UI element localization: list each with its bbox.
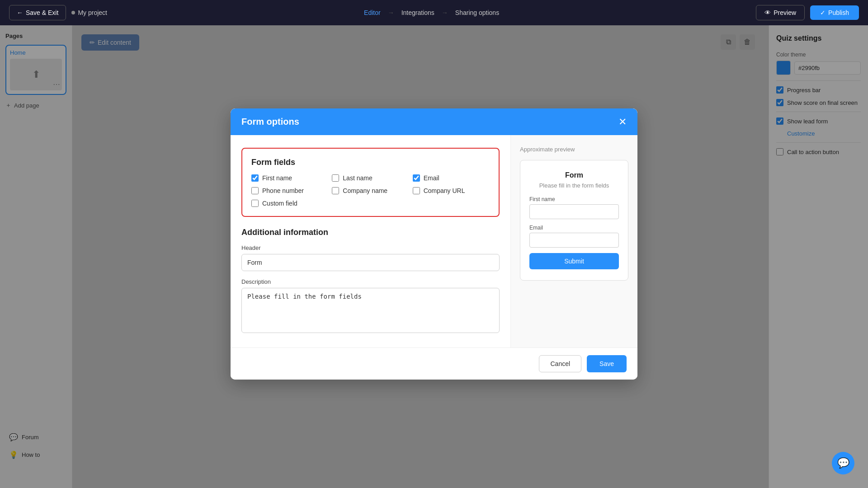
publish-label: Publish	[828, 9, 849, 16]
topnav-left: ← Save & Exit My project	[9, 5, 107, 20]
phone-number-field: Phone number	[251, 187, 328, 194]
publish-button[interactable]: ✓ Publish	[810, 5, 859, 20]
preview-label: Preview	[774, 9, 796, 16]
form-options-modal: Form options ✕ Form fields First name	[231, 108, 637, 380]
close-icon: ✕	[618, 116, 627, 127]
company-url-field: Company URL	[413, 187, 490, 194]
cancel-button[interactable]: Cancel	[539, 355, 581, 372]
phone-label: Phone number	[262, 187, 304, 194]
modal-title: Form options	[241, 117, 299, 127]
first-name-field: First name	[251, 174, 328, 182]
project-name-label: My project	[78, 9, 107, 16]
email-label: Email	[424, 174, 439, 182]
email-field: Email	[413, 174, 490, 182]
sharing-options-link[interactable]: Sharing options	[455, 9, 499, 16]
first-name-label: First name	[262, 174, 292, 182]
project-name: My project	[71, 9, 107, 16]
company-name-label: Company name	[343, 187, 387, 194]
preview-card: Form Please fill in the form fields Firs…	[520, 160, 628, 281]
first-name-checkbox[interactable]	[251, 174, 259, 182]
preview-email-label: Email	[529, 225, 619, 231]
chat-icon-button[interactable]: 💬	[832, 452, 854, 474]
modal-header: Form options ✕	[231, 108, 637, 135]
preview-first-name-input	[529, 204, 619, 219]
header-label: Header	[241, 244, 500, 251]
modal-left-panel: Form fields First name Last name Emai	[231, 135, 511, 347]
messenger-icon: 💬	[837, 457, 849, 469]
modal-overlay: Form options ✕ Form fields First name	[0, 0, 868, 488]
company-url-label: Company URL	[424, 187, 465, 194]
phone-checkbox[interactable]	[251, 187, 259, 194]
eye-icon: 👁	[764, 9, 771, 16]
save-exit-label: Save & Exit	[26, 9, 58, 16]
breadcrumb-arrow-1: →	[388, 9, 394, 16]
preview-submit-button: Submit	[529, 253, 619, 269]
company-url-checkbox[interactable]	[413, 187, 420, 194]
modal-body: Form fields First name Last name Emai	[231, 135, 637, 347]
save-label: Save	[599, 360, 614, 367]
company-name-checkbox[interactable]	[332, 187, 339, 194]
topnav-breadcrumb: Editor → Integrations → Sharing options	[364, 9, 499, 16]
company-name-field: Company name	[332, 187, 409, 194]
last-name-label: Last name	[343, 174, 372, 182]
editor-link[interactable]: Editor	[364, 9, 381, 16]
email-checkbox[interactable]	[413, 174, 420, 182]
additional-info-title: Additional information	[241, 228, 500, 237]
preview-submit-label: Submit	[564, 258, 584, 265]
form-fields-grid: First name Last name Email Phone nu	[251, 174, 490, 194]
additional-info-section: Additional information Header Descriptio…	[241, 228, 500, 335]
top-navigation: ← Save & Exit My project Editor → Integr…	[0, 0, 868, 25]
header-input[interactable]	[241, 254, 500, 271]
description-textarea[interactable]	[241, 288, 500, 333]
custom-field-row: Custom field	[251, 200, 490, 207]
last-name-checkbox[interactable]	[332, 174, 339, 182]
description-label: Description	[241, 278, 500, 285]
check-icon: ✓	[820, 9, 826, 16]
modal-close-button[interactable]: ✕	[618, 117, 627, 127]
modal-right-panel: Approximate preview Form Please fill in …	[511, 135, 637, 347]
preview-first-name-label: First name	[529, 196, 619, 202]
save-button[interactable]: Save	[587, 355, 627, 372]
arrow-left-icon: ←	[17, 9, 23, 16]
preview-email-input	[529, 233, 619, 248]
custom-field-checkbox[interactable]	[251, 200, 259, 207]
integrations-link[interactable]: Integrations	[401, 9, 434, 16]
breadcrumb-arrow-2: →	[442, 9, 448, 16]
preview-card-desc: Please fill in the form fields	[529, 182, 619, 189]
preview-title: Approximate preview	[520, 146, 628, 153]
preview-card-title: Form	[529, 171, 619, 179]
preview-button[interactable]: 👁 Preview	[756, 5, 805, 20]
form-fields-section: Form fields First name Last name Emai	[241, 148, 500, 217]
status-dot	[71, 11, 75, 14]
topnav-right: 👁 Preview ✓ Publish	[756, 5, 859, 20]
last-name-field: Last name	[332, 174, 409, 182]
form-fields-title: Form fields	[251, 158, 490, 167]
cancel-label: Cancel	[550, 360, 570, 367]
custom-field-label: Custom field	[262, 200, 297, 207]
save-exit-button[interactable]: ← Save & Exit	[9, 5, 66, 20]
modal-footer: Cancel Save	[231, 347, 637, 380]
